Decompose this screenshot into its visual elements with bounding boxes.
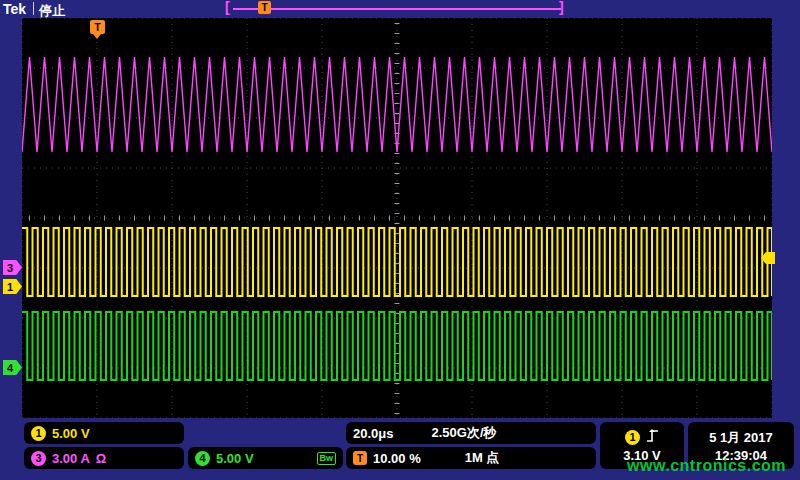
brand-logo: Tek — [3, 1, 26, 17]
timebase-value: 20.0μs — [353, 426, 394, 441]
trigger-source-badge: 1 — [625, 430, 640, 445]
ch1-ground-marker: 1 — [3, 279, 22, 294]
ch3-scale-value: 3.00 A — [52, 451, 90, 466]
record-view-bracket-right: ] — [559, 0, 564, 15]
header-divider — [33, 2, 34, 15]
waveform-display — [22, 18, 772, 418]
ch1-ground-marker-label: 1 — [7, 281, 13, 293]
horizontal-readout: 20.0μs 2.50G次/秒 — [346, 422, 596, 444]
ch1-square-wave — [22, 228, 772, 296]
sample-rate-value: 2.50G次/秒 — [432, 424, 497, 442]
ch4-badge: 4 — [195, 451, 210, 466]
record-view-bracket-left: [ — [225, 0, 230, 15]
trigger-slope-icon — [646, 428, 659, 446]
trigger-position-value: 10.00 % — [373, 451, 421, 466]
oscilloscope-screen: Tek 停止 [ ] T T 3 1 4 1 5.00 V — [0, 0, 800, 480]
ch3-triangle-wave — [22, 57, 772, 152]
ch3-coupling-symbol: Ω — [96, 451, 106, 466]
record-view-bar — [233, 8, 561, 10]
ch4-ground-marker: 4 — [3, 360, 22, 375]
ch3-readout: 3 3.00 A Ω — [24, 447, 184, 469]
ch1-readout: 1 5.00 V — [24, 422, 184, 444]
ch4-scale-value: 5.00 V — [216, 451, 254, 466]
record-view-trigger-icon: T — [258, 1, 271, 14]
ch3-ground-marker: 3 — [3, 260, 22, 275]
trigger-position-icon: T — [353, 451, 367, 465]
graticule — [22, 18, 772, 418]
header-bar: Tek 停止 [ ] T — [0, 0, 800, 18]
ch4-ground-marker-label: 4 — [7, 362, 13, 374]
ch1-badge: 1 — [31, 426, 46, 441]
ch1-scale-value: 5.00 V — [52, 426, 90, 441]
ch4-readout: 4 5.00 V Bw — [188, 447, 343, 469]
record-length-value: 1M 点 — [465, 449, 500, 467]
trigger-position-flag: T — [90, 20, 105, 34]
ch3-badge: 3 — [31, 451, 46, 466]
site-watermark: www.cntronics.com — [627, 457, 786, 475]
grid-layer — [22, 18, 772, 418]
date-value: 5 1月 2017 — [709, 429, 773, 447]
ch4-square-wave — [22, 312, 772, 380]
bandwidth-limit-icon: Bw — [317, 452, 337, 465]
ch3-ground-marker-label: 3 — [7, 262, 13, 274]
acquisition-readout: T 10.00 % 1M 点 — [346, 447, 596, 469]
